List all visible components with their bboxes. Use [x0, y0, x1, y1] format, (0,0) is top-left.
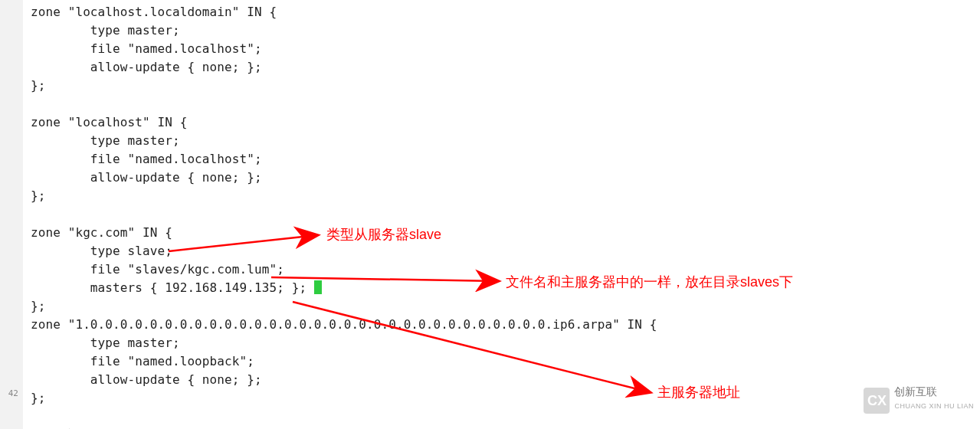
code-block: zone "localhost.localdomain" IN { type m…: [31, 3, 657, 429]
code-line: allow-update { none; };: [31, 371, 657, 389]
code-line: };: [31, 77, 657, 95]
annotation-label: 主服务器地址: [657, 383, 740, 401]
code-line: type master;: [31, 21, 657, 40]
code-line: type master;: [31, 132, 657, 150]
code-line: [31, 408, 657, 426]
annotation-label: 文件名和主服务器中的一样，放在目录slaves下: [506, 273, 793, 291]
code-line: zone "1.0.0.0.0.0.0.0.0.0.0.0.0.0.0.0.0.…: [31, 316, 657, 334]
code-line: type master;: [31, 334, 657, 352]
annotation-label: 类型从服务器slave: [326, 225, 441, 244]
text-cursor: [314, 280, 322, 294]
logo-text-en: CHUANG XIN HU LIAN: [894, 397, 974, 415]
code-line: };: [31, 187, 657, 205]
code-line: file "named.loopback";: [31, 352, 657, 371]
code-line: zone "localhost" IN {: [31, 113, 657, 132]
code-line: allow-update { none; };: [31, 169, 657, 187]
code-line: };: [31, 389, 657, 408]
line-gutter: 42: [0, 0, 23, 429]
code-line: type slave;: [31, 242, 657, 260]
code-line: file "named.localhost";: [31, 40, 657, 58]
code-line: [31, 95, 657, 113]
code-line: allow-update { none; };: [31, 58, 657, 77]
logo-text-cn: 创新互联: [894, 386, 974, 397]
code-line: file "named.localhost";: [31, 150, 657, 169]
code-line: [31, 205, 657, 224]
code-line: };: [31, 297, 657, 316]
watermark-logo: CX 创新互联 CHUANG XIN HU LIAN: [864, 386, 974, 415]
gutter-line-number: 42: [0, 385, 18, 403]
code-line: -- 插入 --: [31, 426, 657, 429]
code-line: zone "localhost.localdomain" IN {: [31, 3, 657, 21]
logo-mark: CX: [864, 388, 890, 414]
